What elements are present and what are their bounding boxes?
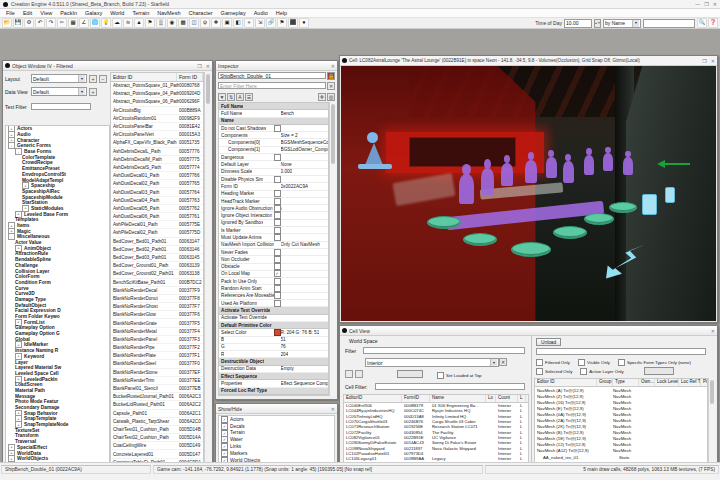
object-list-row[interactable]: AshDustDecal04_Path 00057763	[111, 197, 203, 205]
property-row[interactable]: Destruction Data Empty	[219, 366, 328, 373]
object-list-row[interactable]: BedCover_Ground01_Path 00063139	[111, 262, 203, 270]
toolbar-icon[interactable]: ☁	[112, 18, 122, 28]
object-list-row[interactable]: AshDebrisDecalS_Path 00057774	[111, 164, 203, 172]
property-checkbox[interactable]	[274, 125, 281, 132]
property-checkbox[interactable]	[274, 205, 281, 212]
filter-checkbox-item[interactable]: Selected Only	[536, 368, 572, 375]
object-list-vscroll[interactable]	[204, 72, 211, 479]
toolbar-icon[interactable]: ≋	[123, 18, 133, 28]
maximize-button[interactable]: ❐	[704, 1, 708, 7]
object-list-row[interactable]: AshDustDecal06_Path 00057761	[111, 213, 203, 221]
property-row[interactable]: Used As Platform	[219, 300, 328, 307]
inspector-tool-icon[interactable]: ⇅	[227, 93, 235, 101]
contents-filter-input[interactable]	[536, 348, 706, 355]
object-list-row[interactable]: ChairTest01_Cushion_Path 0005D14B	[111, 426, 203, 434]
restore-button[interactable]: ❐	[197, 63, 201, 69]
textfilter-input[interactable]	[31, 103, 91, 110]
time-of-day-spinner[interactable]: ▲▼	[594, 19, 601, 28]
contents-table-header[interactable]: Editor ID Group Type Own... Lock Level L…	[535, 379, 707, 387]
show-hide-titlebar[interactable]: Show/Hide ✕	[216, 404, 337, 414]
translate-gizmo-arrow[interactable]	[664, 163, 690, 165]
property-checkbox[interactable]	[274, 263, 281, 270]
filter-checkbox-item[interactable]: Specific Form Types Only (none)	[618, 359, 691, 366]
color-swatch[interactable]	[274, 329, 281, 336]
object-list-row[interactable]: BlankNoRenderDonut 000377F8	[111, 295, 203, 303]
menu-item[interactable]: NavMesh	[153, 10, 184, 16]
layout-delete-button[interactable]: −	[99, 75, 107, 83]
show-hide-item[interactable]: Links	[219, 443, 334, 450]
object-list-row[interactable]: AirCircuitsBig 000B889A	[111, 107, 203, 115]
property-checkbox[interactable]	[274, 227, 281, 234]
toolbar-icon[interactable]: ▲	[134, 18, 144, 28]
property-row[interactable]: B 51	[219, 337, 328, 344]
menu-item[interactable]: View	[36, 10, 56, 16]
expander-icon[interactable]: -	[8, 142, 15, 149]
toolbar-icon[interactable]: 🌐	[90, 18, 100, 28]
inspector-view-icon[interactable]: 👁	[318, 93, 326, 101]
inspector-titlebar[interactable]: Inspector ✕	[216, 61, 337, 71]
toolbar-icon[interactable]: ψ	[200, 18, 210, 28]
object-list-row[interactable]: BucketRustedJournal_Path01 0006A2C3	[111, 393, 203, 401]
property-checkbox[interactable]	[274, 190, 281, 197]
toolbar-icon[interactable]: ∠	[79, 18, 89, 28]
property-row[interactable]: Forced Loc Ref Type	[219, 388, 328, 395]
worldspace-filter-input[interactable]	[363, 347, 525, 354]
sort-by-combo[interactable]: by Name▼	[603, 19, 641, 28]
inspector-view-icon[interactable]: ▥	[327, 93, 335, 101]
set-loaded-checkbox-row[interactable]: Set Loaded at Top	[437, 372, 482, 379]
show-hide-item[interactable]: Actors	[219, 416, 334, 423]
property-checkbox[interactable]	[274, 219, 281, 226]
object-list-row[interactable]: BedCover_Bed03_Path01 00063145	[111, 254, 203, 262]
close-icon[interactable]: ✕	[206, 63, 210, 69]
menu-item[interactable]: Audio	[250, 10, 272, 16]
object-list-row[interactable]: BlankNoRenderPanel 000377F3	[111, 336, 203, 344]
toolbar-icon[interactable]: ⬛	[288, 18, 298, 28]
object-list-row[interactable]: BlankPanel01_Stencil 000377EB	[111, 385, 203, 393]
property-row[interactable]: Destructible Object	[219, 358, 328, 365]
unload-button[interactable]: Unload	[536, 338, 561, 346]
property-checkbox[interactable]	[274, 285, 281, 292]
object-list-row[interactable]: AirCircuitsRandom01 000982F9	[111, 115, 203, 123]
render-window-titlebar[interactable]: Cell: LC082AstralLounge 'The Astral Loun…	[340, 56, 717, 66]
object-list-row[interactable]: Abstract_PointsSquare_06_Path 0006296F	[111, 98, 203, 106]
filter-checkbox[interactable]	[618, 359, 625, 366]
inspector-vscroll[interactable]	[329, 102, 336, 396]
close-icon[interactable]: ✕	[331, 63, 335, 69]
render-viewport[interactable]	[341, 66, 716, 321]
time-of-day-input[interactable]: 10.00	[564, 19, 592, 28]
lock-icon[interactable]: 🔒	[327, 72, 335, 80]
property-row[interactable]: Properties Effect Sequence Component	[219, 380, 328, 387]
toolbar-icon[interactable]: ◉	[167, 18, 177, 28]
object-list-row[interactable]: BlankNoRenderMetal 000377F4	[111, 328, 203, 336]
inspector-tool-icon[interactable]: ▼	[218, 93, 226, 101]
inspector-search-input[interactable]: ShipBench_Double_01	[218, 72, 326, 79]
clear-worldspace-icon[interactable]: ✕	[499, 358, 507, 366]
layout-combo[interactable]: Default▼	[31, 74, 87, 83]
toolbar-icon[interactable]: ⚑	[277, 18, 287, 28]
object-list-row[interactable]: AshDustDecal03_Path 00057764	[111, 188, 203, 196]
object-list-row[interactable]: ConcreteLayered01 0005D147	[111, 450, 203, 458]
property-checkbox[interactable]	[274, 300, 281, 307]
object-list-row[interactable]: AshDebrisDecalL_Path 00057776	[111, 148, 203, 156]
object-list-row[interactable]: BucketLidRusted_Path01 0006A2C2	[111, 401, 203, 409]
toolbar-icon[interactable]: ❖	[211, 18, 221, 28]
object-list-row[interactable]: Abstract_PointsSquare_04_Path 0009204D	[111, 90, 203, 98]
toolbar-icon[interactable]: 📂	[2, 18, 12, 28]
toolbar-icon[interactable]: ↷	[46, 18, 56, 28]
menu-item[interactable]: Galaxy	[81, 10, 106, 16]
restore-button[interactable]: ❐	[702, 58, 706, 64]
clear-filter-icon[interactable]: ✕	[327, 82, 335, 90]
property-row[interactable]: Activate Text Override	[219, 315, 328, 322]
show-hide-item[interactable]: Water	[219, 436, 334, 443]
object-list-row[interactable]: BlankNoRenderGhost 000377F7	[111, 303, 203, 311]
toolbar-icon[interactable]: ↶	[35, 18, 45, 28]
close-icon[interactable]: ✕	[331, 406, 335, 412]
object-list-row[interactable]: AlphaFX_CapeVfx_Black_Path 00051735	[111, 139, 203, 147]
menu-item[interactable]: Terrain	[128, 10, 153, 16]
object-list-row[interactable]: BlankNoRenderTrim 000377EE	[111, 377, 203, 385]
property-checkbox[interactable]	[274, 234, 281, 241]
toolbar-icon[interactable]: 💡	[101, 18, 111, 28]
menu-item[interactable]: Gameplay	[217, 10, 250, 16]
toolbar-icon[interactable]: ▦	[68, 18, 78, 28]
filter-checkbox-item[interactable]: Visible Only	[578, 359, 610, 366]
